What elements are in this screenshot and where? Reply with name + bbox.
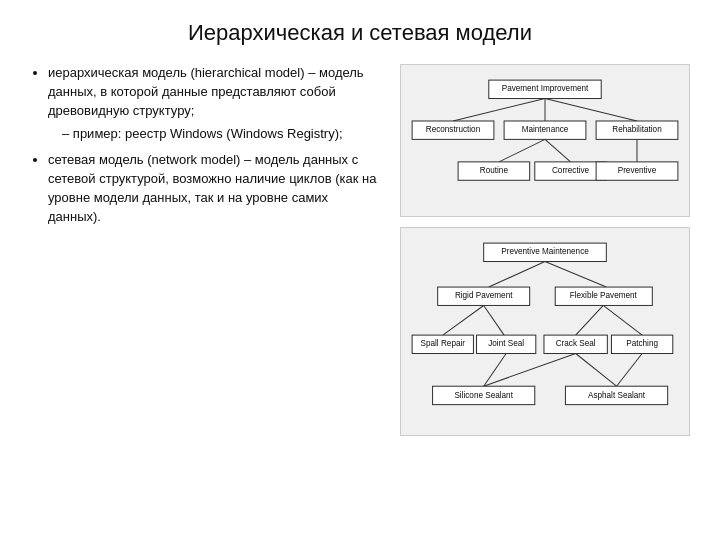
edge-root-recon: [453, 99, 545, 121]
node-flexible-label: Flexible Pavement: [570, 291, 638, 300]
node-maintenance-label: Maintenance: [522, 125, 569, 134]
node-patch-label: Patching: [626, 339, 658, 348]
node-corrective-label: Corrective: [552, 166, 590, 175]
node-rigid-label: Rigid Pavement: [455, 291, 513, 300]
diagram-2-svg: Preventive Maintenence Rigid Pavement Fl…: [407, 238, 683, 427]
edge-crack-silicone: [484, 353, 576, 386]
node-crack-label: Crack Seal: [556, 339, 596, 348]
edge-maint-routine: [499, 139, 545, 161]
node-asphalt-label: Asphalt Sealant: [588, 390, 646, 399]
edge-rigid-joint: [484, 305, 504, 335]
sub-list-1: пример: реестр Windows (Windows Registry…: [48, 125, 384, 144]
node-root-label: Pavement Improvement: [502, 84, 589, 93]
main-content: иерархическая модель (hierarchical model…: [30, 64, 690, 436]
list-item-2: сетевая модель (network model) – модель …: [48, 151, 384, 226]
node-routine-label: Routine: [480, 166, 509, 175]
edge-crack-asphalt: [576, 353, 617, 386]
node-silicone-label: Silicone Sealant: [454, 390, 513, 399]
edge-prev-flexible: [545, 261, 606, 287]
node-rehabilitation-label: Rehabilitation: [612, 125, 661, 134]
bullet-2-text: сетевая модель (network model) – модель …: [48, 152, 376, 224]
diagrams-column: Pavement Improvement Reconstruction Main…: [400, 64, 690, 436]
node-joint-label: Joint Seal: [488, 339, 524, 348]
page-title: Иерархическая и сетевая модели: [30, 20, 690, 46]
list-item-1: иерархическая модель (hierarchical model…: [48, 64, 384, 143]
edge-flex-crack: [576, 305, 604, 335]
diagram-1: Pavement Improvement Reconstruction Main…: [400, 64, 690, 217]
node-reconstruction-label: Reconstruction: [426, 125, 480, 134]
bullet-1-text: иерархическая модель (hierarchical model…: [48, 65, 364, 118]
diagram-1-svg: Pavement Improvement Reconstruction Main…: [407, 75, 683, 208]
edge-joint-silicone: [484, 353, 506, 386]
node-prev-root-label: Preventive Maintenence: [501, 247, 589, 256]
edge-flex-patch: [603, 305, 642, 335]
text-column: иерархическая модель (hierarchical model…: [30, 64, 384, 436]
edge-rigid-spall: [443, 305, 484, 335]
bullet-list: иерархическая модель (hierarchical model…: [30, 64, 384, 227]
sub-1-text: пример: реестр Windows (Windows Registry…: [73, 126, 343, 141]
sub-item-1: пример: реестр Windows (Windows Registry…: [62, 125, 384, 144]
edge-patch-asphalt: [617, 353, 643, 386]
node-preventive-label: Preventive: [618, 166, 657, 175]
diagram-2: Preventive Maintenence Rigid Pavement Fl…: [400, 227, 690, 436]
edge-prev-rigid: [489, 261, 545, 287]
node-spall-label: Spall Repair: [421, 339, 466, 348]
edge-root-rehab: [545, 99, 637, 121]
edge-maint-corrective: [545, 139, 571, 161]
